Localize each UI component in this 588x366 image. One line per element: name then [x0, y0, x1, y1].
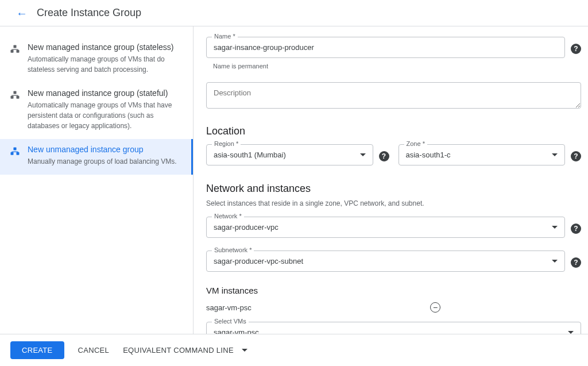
region-select[interactable]: asia-south1 (Mumbai) [206, 144, 373, 165]
sidebar-item-mig-stateless[interactable]: New managed instance group (stateless) A… [0, 37, 193, 83]
help-icon[interactable]: ? [571, 151, 581, 161]
remove-vm-icon[interactable] [430, 302, 440, 313]
zone-label: Zone * [404, 140, 427, 147]
page-header: ← Create Instance Group [0, 0, 588, 26]
name-input[interactable] [206, 37, 565, 58]
region-label: Region * [212, 140, 241, 147]
subnetwork-select[interactable]: sagar-producer-vpc-subnet [206, 251, 565, 272]
section-location-title: Location [206, 125, 581, 137]
sidebar: New managed instance group (stateless) A… [0, 26, 193, 336]
svg-rect-5 [14, 91, 17, 94]
subnetwork-label: Subnetwork * [212, 246, 254, 253]
equivalent-command-line-button[interactable]: EQUIVALENT COMMAND LINE [123, 346, 234, 355]
sidebar-item-unmanaged[interactable]: New unmanaged instance group Manually ma… [0, 139, 193, 175]
svg-rect-2 [14, 45, 17, 48]
vm-instance-row: sagar-vm-psc [206, 301, 581, 318]
help-icon[interactable]: ? [571, 224, 581, 234]
help-icon[interactable]: ? [571, 257, 581, 268]
svg-rect-1 [17, 50, 20, 53]
instance-group-icon [9, 44, 21, 55]
chevron-down-icon [552, 226, 558, 229]
sidebar-item-mig-stateful[interactable]: New managed instance group (stateful) Au… [0, 83, 193, 139]
svg-rect-4 [17, 96, 20, 99]
chevron-down-icon [360, 153, 366, 156]
footer-bar: CREATE CANCEL EQUIVALENT COMMAND LINE [0, 334, 588, 366]
sidebar-item-title: New managed instance group (stateless) [28, 43, 184, 52]
sidebar-item-desc: Automatically manage groups of VMs that … [28, 100, 184, 131]
network-value: sagar-producer-vpc [214, 223, 278, 232]
name-label: Name * [212, 33, 238, 40]
instance-group-icon [9, 146, 21, 157]
name-hint: Name is permanent [206, 60, 581, 70]
page-title: Create Instance Group [37, 7, 141, 19]
region-value: asia-south1 (Mumbai) [214, 151, 286, 159]
network-label: Network * [212, 213, 244, 219]
help-icon[interactable]: ? [571, 44, 581, 54]
chevron-down-icon [552, 260, 558, 263]
sidebar-item-desc: Automatically manage groups of VMs that … [28, 54, 184, 75]
vm-instance-name: sagar-vm-psc [206, 303, 430, 312]
section-network-desc: Select instances that reside in a single… [206, 199, 581, 207]
chevron-down-icon[interactable] [242, 349, 247, 352]
create-button[interactable]: CREATE [10, 341, 64, 359]
sidebar-item-title: New unmanaged instance group [28, 145, 182, 154]
svg-rect-8 [14, 148, 17, 151]
vm-instances-title: VM instances [206, 286, 581, 295]
main-form: Name * ? Name is permanent Location Regi… [193, 26, 588, 336]
section-network-title: Network and instances [206, 183, 581, 195]
chevron-down-icon [552, 153, 558, 156]
description-input[interactable] [206, 82, 581, 109]
svg-rect-6 [11, 152, 14, 155]
content-area: New managed instance group (stateless) A… [0, 26, 588, 336]
zone-value: asia-south1-c [406, 151, 451, 159]
subnetwork-value: sagar-producer-vpc-subnet [214, 257, 303, 265]
sidebar-item-desc: Manually manage groups of load balancing… [28, 156, 182, 167]
sidebar-item-title: New managed instance group (stateful) [28, 88, 184, 98]
network-select[interactable]: sagar-producer-vpc [206, 217, 565, 238]
svg-rect-3 [11, 96, 14, 99]
instance-group-icon [9, 90, 21, 101]
svg-rect-7 [17, 152, 20, 155]
cancel-button[interactable]: CANCEL [78, 346, 110, 355]
zone-select[interactable]: asia-south1-c [399, 144, 566, 165]
back-arrow-icon[interactable]: ← [16, 7, 28, 19]
help-icon[interactable]: ? [379, 151, 389, 161]
select-vms-label: Select VMs [212, 318, 249, 325]
svg-rect-0 [11, 50, 14, 53]
